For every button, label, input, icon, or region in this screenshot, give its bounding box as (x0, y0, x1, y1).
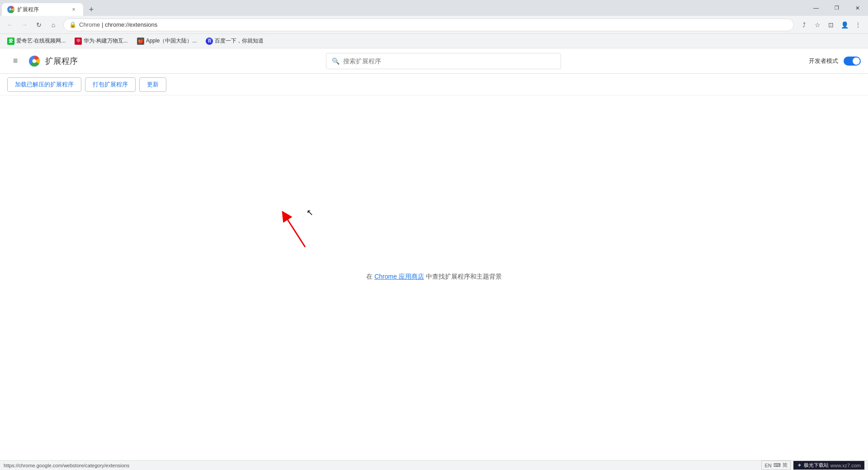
update-button[interactable]: 更新 (139, 77, 166, 92)
lang-zh: 简 (783, 462, 788, 469)
url-display: Chrome | chrome://extensions (79, 21, 157, 28)
bookmark-baidu[interactable]: 百 百度一下，你就知道 (202, 35, 267, 47)
minimize-button[interactable]: — (806, 0, 826, 16)
bookmarks-bar: 爱 爱奇艺·在线视频网... 华 华为·构建万物互... 🍎 Apple（中国大… (0, 34, 868, 48)
dev-mode-toggle[interactable] (844, 57, 861, 66)
extensions-header: ≡ 扩展程序 🔍 开发者模式 (0, 48, 868, 74)
svg-line-6 (285, 215, 305, 247)
navigation-bar: ← → ↻ ⌂ 🔒 Chrome | chrome://extensions ⤴… (0, 16, 868, 34)
tab-bar: 扩展程序 × + (0, 0, 806, 16)
baidu-favicon: 百 (206, 38, 213, 45)
search-input[interactable] (343, 57, 555, 65)
empty-prefix: 在 (366, 273, 373, 280)
empty-state-message: 在 Chrome 应用商店 中查找扩展程序和主题背景 (366, 273, 501, 281)
back-button[interactable]: ← (4, 19, 16, 31)
restore-button[interactable]: ❐ (826, 0, 847, 16)
close-button[interactable]: ✕ (847, 0, 868, 16)
bookmark-button[interactable]: ☆ (811, 19, 824, 31)
nav-right-buttons: ⤴ ☆ ⊡ 👤 ⋮ (797, 19, 864, 31)
chrome-logo-icon (29, 56, 40, 66)
bookmark-baidu-label: 百度一下，你就知道 (215, 37, 264, 45)
bookmark-iqiyi-label: 爱奇艺·在线视频网... (16, 37, 66, 45)
iqiyi-favicon: 爱 (7, 38, 14, 45)
new-tab-button[interactable]: + (85, 3, 98, 16)
profile-button[interactable]: 👤 (838, 19, 851, 31)
address-bar[interactable]: 🔒 Chrome | chrome://extensions (63, 19, 794, 31)
refresh-button[interactable]: ↻ (33, 19, 45, 31)
extensions-main: 在 Chrome 应用商店 中查找扩展程序和主题背景 ↖ (0, 95, 868, 460)
bookmark-iqiyi[interactable]: 爱 爱奇艺·在线视频网... (4, 35, 69, 47)
chrome-store-link[interactable]: Chrome 应用商店 (374, 273, 424, 280)
status-url: https://chrome.google.com/webstore/categ… (4, 463, 761, 468)
keyboard-icon: ⌨ (774, 462, 781, 468)
active-tab[interactable]: 扩展程序 × (2, 3, 83, 16)
search-icon: 🔍 (332, 57, 340, 65)
watermark-badge: ✦ 极光下载站 www.xz7.com (793, 461, 864, 470)
extensions-toolbar: 加载已解压的扩展程序 打包扩展程序 更新 (0, 74, 868, 95)
sidebar-menu-button[interactable]: ≡ (7, 53, 24, 69)
tab-title: 扩展程序 (17, 6, 68, 14)
home-button[interactable]: ⌂ (47, 19, 60, 31)
svg-point-4 (33, 59, 36, 63)
tab-favicon (7, 6, 14, 13)
tab-close-btn[interactable]: × (70, 5, 78, 14)
forward-button[interactable]: → (18, 19, 31, 31)
empty-suffix: 中查找扩展程序和主题背景 (426, 273, 502, 280)
lang-en: EN (764, 463, 771, 468)
share-button[interactable]: ⤴ (797, 19, 810, 31)
url-scheme: Chrome (79, 21, 100, 28)
bookmark-huawei[interactable]: 华 华为·构建万物互... (71, 35, 131, 47)
watermark-site-name: 极光下载站 (804, 462, 829, 469)
split-view-button[interactable]: ⊡ (825, 19, 837, 31)
lock-icon: 🔒 (69, 21, 76, 28)
bookmark-apple[interactable]: 🍎 Apple（中国大陆）... (133, 35, 201, 47)
aurora-icon: ✦ (797, 462, 802, 469)
red-arrow-annotation (278, 211, 314, 256)
page-content: ≡ 扩展程序 🔍 开发者模式 加载已解压的扩展程序 打包扩展程序 (0, 48, 868, 460)
watermark-url: www.xz7.com (830, 463, 861, 468)
bookmark-apple-label: Apple（中国大陆）... (146, 37, 197, 45)
window-controls: — ❐ ✕ (806, 0, 868, 16)
chrome-menu-button[interactable]: ⋮ (852, 19, 864, 31)
search-box[interactable]: 🔍 (326, 53, 561, 69)
bookmark-huawei-label: 华为·构建万物互... (84, 37, 127, 45)
load-unpacked-button[interactable]: 加载已解压的扩展程序 (7, 77, 81, 92)
language-switcher[interactable]: EN ⌨ 简 (761, 461, 790, 470)
huawei-favicon: 华 (75, 38, 82, 45)
status-bar: https://chrome.google.com/webstore/categ… (0, 460, 868, 470)
page-title: 扩展程序 (45, 56, 78, 66)
dev-mode-label: 开发者模式 (809, 57, 838, 65)
pack-extension-button[interactable]: 打包扩展程序 (85, 77, 136, 92)
bottom-right-area: EN ⌨ 简 ✦ 极光下载站 www.xz7.com (761, 461, 864, 470)
hamburger-icon: ≡ (13, 56, 18, 66)
title-bar: 扩展程序 × + — ❐ ✕ (0, 0, 868, 16)
apple-favicon: 🍎 (137, 38, 144, 45)
url-path: chrome://extensions (105, 21, 157, 28)
